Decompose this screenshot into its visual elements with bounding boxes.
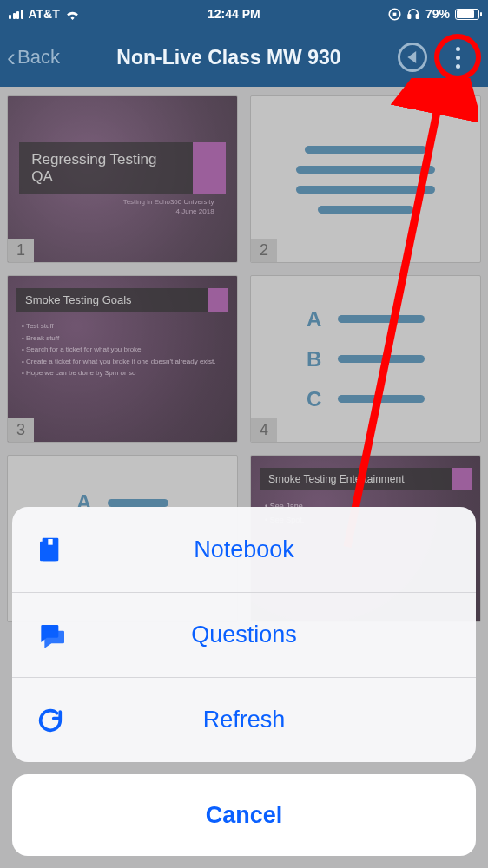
questions-option[interactable]: Questions [12, 592, 476, 677]
slide-number: 4 [251, 418, 277, 442]
slide-thumbnail[interactable]: Regressing Testing QA Testing in Echo360… [7, 95, 238, 263]
slide-number: 3 [8, 418, 34, 442]
nav-bar: ‹ Back Non-Live Class MW 930 [0, 28, 488, 87]
status-bar: AT&T 12:44 PM 79% [0, 0, 488, 28]
clock-label: 12:44 PM [208, 7, 260, 21]
refresh-icon [35, 705, 66, 736]
slide-number: 1 [8, 239, 34, 262]
slide6-title: Smoke Testing Entertainment [260, 468, 452, 490]
play-back-button[interactable] [398, 43, 427, 72]
notebook-icon [35, 534, 66, 565]
page-title: Non-Live Class MW 930 [60, 46, 398, 69]
headphones-icon [406, 7, 420, 21]
triangle-left-icon [406, 51, 419, 63]
notebook-label: Notebook [194, 536, 294, 563]
questions-icon [35, 620, 66, 651]
annotation-circle [434, 34, 481, 81]
back-button[interactable]: ‹ Back [7, 44, 60, 70]
cancel-button[interactable]: Cancel [12, 774, 476, 856]
refresh-option[interactable]: Refresh [12, 677, 476, 762]
slide-thumbnail[interactable]: A B C 4 [250, 275, 481, 443]
back-label: Back [17, 46, 60, 69]
slide1-title: Regressing Testing QA [19, 142, 193, 194]
svg-rect-4 [40, 542, 56, 562]
cancel-label: Cancel [206, 802, 283, 829]
svg-rect-2 [416, 15, 419, 19]
notebook-option[interactable]: Notebook [12, 507, 476, 592]
refresh-label: Refresh [203, 707, 286, 733]
svg-rect-5 [48, 539, 52, 545]
carrier-label: AT&T [29, 7, 60, 21]
svg-rect-1 [408, 15, 411, 19]
battery-label: 79% [425, 7, 450, 21]
slide3-title: Smoke Testing Goals [16, 288, 208, 312]
wifi-icon [65, 9, 80, 20]
orientation-lock-icon [388, 8, 401, 21]
slide-number: 2 [251, 239, 277, 262]
more-button[interactable] [434, 34, 481, 81]
battery-icon [455, 9, 479, 20]
slide-thumbnail[interactable]: 2 [250, 95, 481, 263]
signal-icon [9, 9, 23, 19]
questions-label: Questions [191, 621, 297, 648]
slide-thumbnail[interactable]: Smoke Testing Goals • Test stuff • Break… [7, 275, 238, 443]
action-sheet: Notebook Questions Refresh Cancel [0, 495, 488, 868]
chevron-left-icon: ‹ [7, 44, 16, 70]
